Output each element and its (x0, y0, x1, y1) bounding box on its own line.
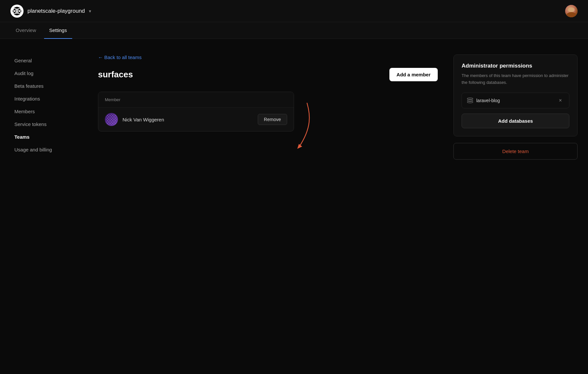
back-link-text: ← Back to all teams (98, 55, 141, 60)
database-icon (467, 98, 473, 103)
sidebar-item-audit-log[interactable]: Audit log (10, 67, 74, 79)
add-member-button[interactable]: Add a member (389, 68, 438, 81)
main-content: ← Back to all teams surfaces Add a membe… (82, 55, 453, 160)
avatar[interactable] (565, 5, 578, 17)
member-table-wrapper: Member Nick Van Wiggeren Remove (98, 92, 294, 132)
chevron-down-icon[interactable]: ▾ (89, 8, 91, 14)
sidebar-item-teams[interactable]: Teams (10, 131, 74, 143)
sidebar-item-service-tokens[interactable]: Service tokens (10, 118, 74, 130)
page-title: surfaces (98, 70, 133, 80)
user-avatar-img (565, 5, 578, 17)
database-name: laravel-blog (476, 98, 500, 103)
back-to-teams-link[interactable]: ← Back to all teams (98, 55, 438, 60)
members-table: Member Nick Van Wiggeren Remove (98, 92, 294, 132)
sidebar-item-general[interactable]: General (10, 55, 74, 67)
sidebar-item-beta-features[interactable]: Beta features (10, 80, 74, 92)
tab-settings[interactable]: Settings (44, 22, 72, 39)
permissions-card: Administrator permissions The members of… (453, 55, 578, 136)
table-header: Member (98, 92, 294, 108)
sidebar-item-members[interactable]: Members (10, 105, 74, 117)
tab-overview[interactable]: Overview (10, 22, 41, 39)
header-left: planetscale-playground ▾ (10, 5, 91, 18)
member-avatar (105, 113, 118, 126)
svg-point-3 (16, 10, 18, 12)
sidebar-item-integrations[interactable]: Integrations (10, 93, 74, 105)
delete-team-button[interactable]: Delete team (453, 143, 578, 160)
db-item-left: laravel-blog (467, 98, 500, 103)
sidebar-item-usage-billing[interactable]: Usage and billing (10, 144, 74, 156)
svg-marker-4 (297, 144, 302, 149)
member-name: Nick Van Wiggeren (122, 117, 164, 122)
right-panel: Administrator permissions The members of… (453, 55, 578, 160)
table-row: Nick Van Wiggeren Remove (98, 108, 294, 131)
logo-icon (10, 5, 24, 18)
member-info: Nick Van Wiggeren (105, 113, 164, 126)
database-item: laravel-blog × (462, 93, 569, 108)
add-databases-button[interactable]: Add databases (462, 114, 569, 128)
org-name: planetscale-playground (27, 8, 85, 14)
sidebar: General Audit log Beta features Integrat… (10, 55, 82, 160)
header: planetscale-playground ▾ (0, 0, 588, 22)
permissions-desc: The members of this team have permission… (462, 72, 569, 86)
nav-tabs: Overview Settings (0, 22, 588, 39)
page-title-row: surfaces Add a member (98, 68, 438, 81)
remove-member-button[interactable]: Remove (258, 114, 287, 125)
remove-database-button[interactable]: × (557, 97, 564, 104)
layout: General Audit log Beta features Integrat… (0, 39, 588, 175)
permissions-title: Administrator permissions (462, 63, 569, 69)
